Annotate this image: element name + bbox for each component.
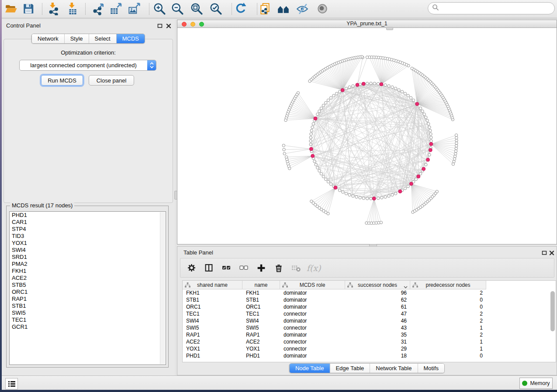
clear-table-icon[interactable]	[291, 262, 302, 274]
close-table-panel-icon[interactable]	[548, 249, 555, 256]
mcds-list-scrollbar[interactable]	[160, 212, 165, 364]
table-row[interactable]: SWI5SWI5connector431	[183, 324, 556, 331]
deselect-all-icon[interactable]	[238, 262, 249, 274]
table-row[interactable]: PHD1PHD1dominator180	[183, 352, 556, 359]
table-cell: 0	[410, 303, 486, 310]
network-canvas[interactable]	[177, 28, 557, 244]
mcds-result-item[interactable]: STP4	[10, 226, 166, 233]
desktop-wallpaper	[0, 390, 557, 392]
mcds-result-item[interactable]: ACE2	[10, 275, 166, 282]
clone-network-icon[interactable]	[258, 2, 272, 16]
table-row[interactable]: FKH1FKH1dominator962	[183, 289, 556, 296]
table-cell: ACE2	[183, 338, 242, 345]
node-table-body: FKH1FKH1dominator962STB1STB1dominator620…	[183, 289, 556, 359]
close-panel-button[interactable]: Close panel	[89, 75, 134, 86]
criterion-dropdown[interactable]: largest connected component (undirected)	[19, 60, 156, 71]
mcds-result-item[interactable]: TID3	[10, 233, 166, 240]
tab-node-table[interactable]: Node Table	[290, 364, 330, 373]
import-network-icon[interactable]	[46, 2, 60, 16]
zoom-selected-icon[interactable]	[209, 2, 223, 16]
zoom-in-icon[interactable]	[152, 2, 166, 16]
search-input[interactable]	[441, 5, 554, 12]
table-row[interactable]: SWI4SWI4dominator462	[183, 317, 556, 324]
table-cell: PHD1	[242, 352, 280, 359]
panel-menu-button[interactable]	[5, 378, 18, 389]
show-graphics-details-icon[interactable]	[315, 2, 329, 16]
table-cell: ACE2	[242, 338, 280, 345]
memory-label: Memory	[530, 380, 550, 386]
column-header-shared-name[interactable]: shared name	[183, 281, 242, 289]
column-header-name[interactable]: name	[242, 281, 280, 289]
tab-network-table[interactable]: Network Table	[370, 364, 417, 373]
tab-select[interactable]: Select	[89, 34, 116, 43]
mcds-result-item[interactable]: SRD1	[10, 254, 166, 261]
mcds-result-item[interactable]: SWI5	[10, 309, 166, 316]
mcds-result-item[interactable]: RAP1	[10, 296, 166, 303]
column-header-predecessor-nodes[interactable]: predecessor nodes	[410, 281, 486, 289]
delete-icon[interactable]	[273, 262, 284, 274]
import-table-icon[interactable]	[66, 2, 80, 16]
column-header-MCDS-role[interactable]: MCDS role	[280, 281, 345, 289]
table-row[interactable]: TEC1TEC1connector472	[183, 310, 556, 317]
table-cell: 0	[410, 296, 486, 303]
dropdown-stepper-icon	[147, 60, 156, 70]
tab-network[interactable]: Network	[32, 34, 64, 43]
table-row[interactable]: ACE2ACE2connector311	[183, 338, 556, 345]
memory-button[interactable]: Memory	[519, 378, 553, 389]
application-window: Control Panel NetworkStyleSelectMCDS Opt…	[2, 0, 557, 390]
table-row[interactable]: RAP1RAP1dominator352	[183, 331, 556, 338]
mcds-result-item[interactable]: YOX1	[10, 240, 166, 247]
mcds-result-item[interactable]: PMA2	[10, 261, 166, 268]
function-builder-icon[interactable]: f(x)	[308, 262, 319, 274]
table-scrollbar-thumb[interactable]	[550, 291, 555, 331]
mcds-result-item[interactable]: TEC1	[10, 316, 166, 323]
hide-graphics-details-icon[interactable]	[295, 2, 309, 16]
open-session-icon[interactable]	[4, 2, 18, 16]
table-row[interactable]: STB1STB1dominator620	[183, 296, 556, 303]
toggle-columns-icon[interactable]	[203, 262, 214, 274]
column-header-successor-nodes[interactable]: successor nodes	[345, 281, 410, 289]
tab-edge-table[interactable]: Edge Table	[329, 364, 370, 373]
mcds-result-item[interactable]: GCR1	[10, 323, 166, 330]
mcds-result-item[interactable]: STB1	[10, 303, 166, 309]
column-header-label: shared name	[197, 282, 228, 288]
table-panel-title: Table Panel	[183, 249, 213, 256]
zoom-out-icon[interactable]	[170, 2, 184, 16]
node-table: shared namenameMCDS rolesuccessor nodesp…	[182, 280, 556, 362]
mcds-result-item[interactable]: CAR1	[10, 219, 166, 226]
export-image-icon[interactable]	[127, 2, 141, 16]
export-table-icon[interactable]	[108, 2, 122, 16]
search-field[interactable]	[428, 2, 555, 14]
mcds-result-item[interactable]: STB5	[10, 282, 166, 289]
table-cell: connector	[280, 310, 345, 317]
table-cell: ORC1	[242, 303, 280, 310]
main-toolbar	[2, 0, 557, 18]
titlebar-grip[interactable]	[386, 27, 393, 30]
run-mcds-button[interactable]: Run MCDS	[41, 75, 83, 86]
mcds-result-item[interactable]: PHD1	[10, 212, 166, 219]
network-graph[interactable]	[177, 28, 557, 244]
save-session-icon[interactable]	[21, 2, 35, 16]
float-panel-icon[interactable]	[156, 22, 163, 29]
mcds-result-item[interactable]: SWI4	[10, 247, 166, 254]
tab-motifs[interactable]: Motifs	[417, 364, 444, 373]
select-all-icon[interactable]	[221, 262, 232, 274]
export-network-icon[interactable]	[91, 2, 105, 16]
network-overview-icon[interactable]	[277, 2, 291, 16]
zoom-fit-icon[interactable]	[190, 2, 204, 16]
toolbar-separator	[42, 3, 42, 15]
table-row[interactable]: ORC1ORC1dominator610	[183, 303, 556, 310]
float-table-panel-icon[interactable]	[541, 249, 548, 256]
network-window-titlebar[interactable]: YPA_prune.txt_1	[177, 20, 557, 28]
mcds-result-item[interactable]: ORC1	[10, 289, 166, 296]
table-settings-icon[interactable]	[186, 262, 197, 274]
table-cell: dominator	[280, 296, 345, 303]
add-icon[interactable]	[256, 262, 267, 274]
refresh-icon[interactable]	[234, 2, 248, 16]
tab-mcds[interactable]: MCDS	[116, 34, 145, 43]
mcds-result-item[interactable]: FKH1	[10, 268, 166, 275]
close-panel-icon[interactable]	[165, 22, 172, 29]
tab-style[interactable]: Style	[64, 34, 89, 43]
table-row[interactable]: YOX1YOX1connector291	[183, 345, 556, 352]
table-cell: connector	[280, 324, 345, 331]
